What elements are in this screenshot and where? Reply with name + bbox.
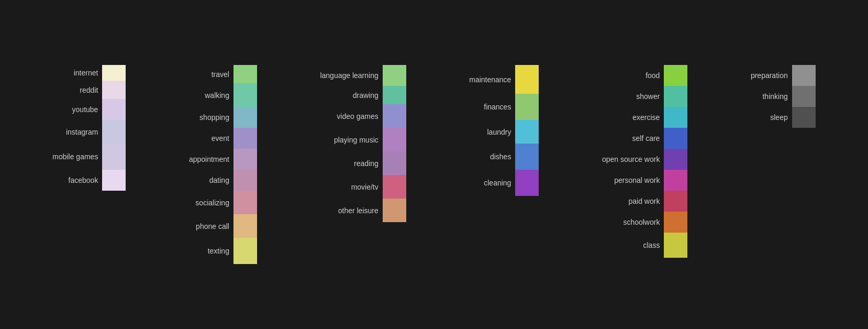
segment-reading bbox=[383, 151, 406, 175]
group-leisure: language learning drawing video games pl… bbox=[320, 65, 406, 222]
group-work: food shower exercise self care open sour… bbox=[602, 65, 688, 258]
label-youtube: youtube bbox=[72, 99, 98, 120]
segment-walking bbox=[233, 83, 257, 107]
segment-socializing bbox=[233, 191, 257, 214]
segment-video-games bbox=[383, 104, 406, 128]
label-exercise: exercise bbox=[632, 107, 660, 128]
group-social: internet reddit youtube instagram mobile… bbox=[52, 65, 126, 191]
label-dishes: dishes bbox=[490, 144, 511, 170]
segment-dishes bbox=[515, 144, 539, 170]
bar-misc bbox=[792, 65, 816, 128]
label-language-learning: language learning bbox=[320, 65, 378, 86]
label-appointment: appointment bbox=[189, 149, 229, 170]
segment-dating bbox=[233, 170, 257, 191]
label-walking: walking bbox=[205, 83, 229, 107]
group-travel: travel walking shopping event appointmen… bbox=[189, 65, 257, 264]
label-phone-call: phone call bbox=[196, 214, 229, 238]
labels-chores: maintenance finances laundry dishes clea… bbox=[469, 65, 515, 196]
segment-self-care bbox=[664, 128, 687, 149]
labels-misc: preparation thinking sleep bbox=[751, 65, 792, 128]
group-misc: preparation thinking sleep bbox=[751, 65, 816, 128]
segment-sleep bbox=[792, 107, 816, 128]
bar-travel bbox=[233, 65, 257, 264]
label-personal-work: personal work bbox=[614, 170, 660, 191]
segment-reddit bbox=[102, 81, 126, 99]
segment-other-leisure bbox=[383, 199, 406, 222]
chart-container: internet reddit youtube instagram mobile… bbox=[0, 54, 868, 275]
segment-thinking bbox=[792, 86, 816, 107]
segment-phone-call bbox=[233, 214, 257, 238]
segment-exercise bbox=[664, 107, 687, 128]
label-sleep: sleep bbox=[770, 107, 787, 128]
label-self-care: self care bbox=[632, 128, 660, 149]
labels-social: internet reddit youtube instagram mobile… bbox=[52, 65, 102, 191]
label-drawing: drawing bbox=[353, 86, 379, 104]
label-schoolwork: schoolwork bbox=[623, 212, 660, 233]
label-facebook: facebook bbox=[69, 170, 98, 191]
bar-social bbox=[102, 65, 126, 191]
segment-movie-tv bbox=[383, 175, 406, 199]
label-thinking: thinking bbox=[762, 86, 787, 107]
label-shopping: shopping bbox=[199, 107, 229, 128]
label-event: event bbox=[212, 128, 229, 149]
label-maintenance: maintenance bbox=[469, 65, 511, 94]
segment-schoolwork bbox=[664, 212, 687, 233]
label-open-source-work: open source work bbox=[602, 149, 660, 170]
label-other-leisure: other leisure bbox=[338, 199, 379, 222]
segment-travel bbox=[233, 65, 257, 83]
label-movie-tv: movie/tv bbox=[351, 175, 379, 199]
bar-chores bbox=[515, 65, 539, 196]
label-laundry: laundry bbox=[487, 120, 511, 144]
label-internet: internet bbox=[74, 65, 98, 81]
segment-open-source-work bbox=[664, 149, 687, 170]
label-reddit: reddit bbox=[80, 81, 98, 99]
segment-instagram bbox=[102, 120, 126, 144]
label-travel: travel bbox=[212, 65, 229, 83]
label-cleaning: cleaning bbox=[484, 170, 511, 196]
segment-cleaning bbox=[515, 170, 539, 196]
label-video-games: video games bbox=[337, 104, 378, 128]
label-reading: reading bbox=[354, 151, 379, 175]
group-chores: maintenance finances laundry dishes clea… bbox=[469, 65, 539, 196]
segment-facebook bbox=[102, 170, 126, 191]
label-preparation: preparation bbox=[751, 65, 788, 86]
segment-maintenance bbox=[515, 65, 539, 94]
segment-class bbox=[664, 233, 687, 258]
segment-drawing bbox=[383, 86, 406, 104]
segment-playing-music bbox=[383, 128, 406, 151]
label-paid-work: paid work bbox=[628, 191, 660, 212]
segment-shopping bbox=[233, 107, 257, 128]
label-socializing: socializing bbox=[195, 191, 229, 214]
segment-food bbox=[664, 65, 687, 86]
segment-appointment bbox=[233, 149, 257, 170]
segment-event bbox=[233, 128, 257, 149]
labels-work: food shower exercise self care open sour… bbox=[602, 65, 664, 258]
segment-finances bbox=[515, 94, 539, 120]
segment-shower bbox=[664, 86, 687, 107]
segment-internet bbox=[102, 65, 126, 81]
segment-paid-work bbox=[664, 191, 687, 212]
label-dating: dating bbox=[209, 170, 229, 191]
labels-leisure: language learning drawing video games pl… bbox=[320, 65, 382, 222]
segment-personal-work bbox=[664, 170, 687, 191]
segment-preparation bbox=[792, 65, 816, 86]
label-class: class bbox=[643, 233, 660, 258]
label-shower: shower bbox=[636, 86, 660, 107]
label-playing-music: playing music bbox=[334, 128, 379, 151]
segment-youtube bbox=[102, 99, 126, 120]
label-mobile-games: mobile games bbox=[52, 144, 98, 170]
bar-leisure bbox=[383, 65, 406, 222]
label-food: food bbox=[646, 65, 660, 86]
label-texting: texting bbox=[208, 238, 229, 264]
label-instagram: instagram bbox=[66, 120, 98, 144]
label-finances: finances bbox=[484, 94, 511, 120]
segment-laundry bbox=[515, 120, 539, 144]
labels-travel: travel walking shopping event appointmen… bbox=[189, 65, 233, 264]
segment-mobile-games bbox=[102, 144, 126, 170]
segment-texting bbox=[233, 238, 257, 264]
bar-work bbox=[664, 65, 687, 258]
segment-language-learning bbox=[383, 65, 406, 86]
